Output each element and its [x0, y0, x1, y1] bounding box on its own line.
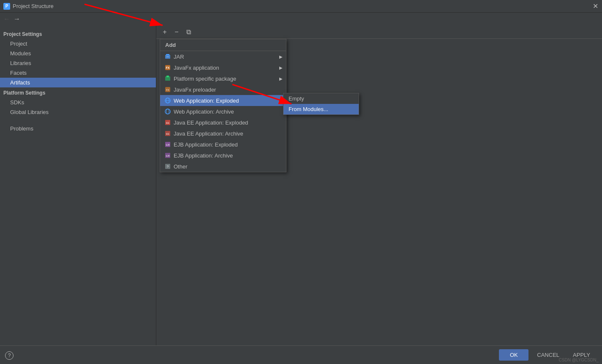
back-button[interactable]: ←: [3, 15, 10, 23]
dropdown-item-other-label: Other: [174, 163, 188, 170]
dropdown-header: Add: [160, 39, 286, 51]
svg-text:?: ?: [167, 165, 169, 168]
add-button[interactable]: +: [160, 27, 170, 37]
dropdown-item-java-ee-archive[interactable]: EE Java EE Application: Archive: [160, 128, 286, 139]
project-settings-header: Project Settings: [0, 29, 156, 39]
javafx-preloader-icon: FX: [164, 86, 171, 93]
javafx-app-arrow-icon: ▶: [279, 65, 283, 70]
dropdown-item-other[interactable]: ? Other: [160, 161, 286, 172]
copy-button[interactable]: ⧉: [183, 27, 193, 37]
sidebar-item-artifacts[interactable]: Artifacts: [0, 78, 156, 87]
sidebar: Project Settings Project Modules Librari…: [0, 25, 156, 345]
svg-rect-1: [166, 54, 169, 55]
ejb-archive-icon: EJB: [164, 152, 171, 159]
dropdown-item-platform-package-label: Platform specific package: [174, 76, 236, 82]
sidebar-item-facets[interactable]: Facets: [0, 68, 156, 78]
toolbar: + − ⧉: [156, 25, 602, 39]
window-title: Project Structure: [13, 3, 592, 9]
add-dropdown-menu: Add JAR ▶ FX JavaFx application ▶: [160, 39, 286, 172]
dropdown-item-java-ee-exploded-label: Java EE Application: Exploded: [174, 120, 248, 126]
app-icon: P: [3, 3, 10, 10]
java-ee-exploded-icon: EE: [164, 119, 171, 126]
submenu-item-empty[interactable]: Empty: [283, 93, 359, 104]
svg-text:EE: EE: [166, 122, 169, 124]
title-bar: P Project Structure ✕: [0, 0, 602, 13]
other-icon: ?: [164, 163, 171, 170]
help-button[interactable]: ?: [5, 351, 14, 360]
ok-button[interactable]: OK: [499, 349, 528, 361]
sidebar-item-project[interactable]: Project: [0, 39, 156, 49]
svg-text:FX: FX: [166, 89, 169, 91]
sidebar-item-global-libraries[interactable]: Global Libraries: [0, 107, 156, 117]
dropdown-item-ejb-archive-label: EJB Application: Archive: [174, 152, 233, 159]
bottom-bar: OK CANCEL APPLY: [0, 345, 602, 364]
dropdown-item-java-ee-exploded[interactable]: EE Java EE Application: Exploded: [160, 117, 286, 128]
close-button[interactable]: ✕: [592, 3, 599, 10]
sidebar-item-modules[interactable]: Modules: [0, 49, 156, 58]
svg-text:FX: FX: [166, 66, 170, 69]
remove-button[interactable]: −: [172, 27, 182, 37]
platform-package-icon: [164, 75, 171, 82]
svg-rect-6: [166, 76, 169, 77]
ejb-exploded-icon: EJB: [164, 141, 171, 148]
sidebar-item-libraries[interactable]: Libraries: [0, 58, 156, 68]
dropdown-item-javafx-app[interactable]: FX JavaFx application ▶: [160, 62, 286, 73]
web-app-exploded-arrow-icon: ▶: [279, 98, 283, 103]
jar-icon: [164, 53, 171, 60]
svg-text:EE: EE: [166, 133, 169, 135]
web-app-archive-icon: [164, 108, 171, 115]
forward-button[interactable]: →: [14, 15, 20, 23]
submenu: Empty From Modules...: [283, 93, 359, 115]
dropdown-item-ejb-exploded-label: EJB Application: Exploded: [174, 141, 238, 148]
dropdown-item-ejb-exploded[interactable]: EJB EJB Application: Exploded: [160, 139, 286, 150]
dropdown-item-web-app-exploded[interactable]: Web Application: Exploded ▶: [160, 95, 286, 106]
svg-point-13: [166, 109, 169, 114]
main-layout: Project Settings Project Modules Librari…: [0, 25, 602, 345]
javafx-app-icon: FX: [164, 64, 171, 71]
platform-settings-header: Platform Settings: [0, 87, 156, 98]
dropdown-item-javafx-preloader-label: JavaFx preloader: [174, 87, 216, 93]
web-app-exploded-icon: [164, 97, 171, 104]
java-ee-archive-icon: EE: [164, 130, 171, 137]
svg-text:EJB: EJB: [166, 144, 170, 146]
svg-point-12: [165, 109, 170, 114]
dropdown-item-web-app-exploded-label: Web Application: Exploded: [174, 98, 239, 104]
submenu-item-from-modules[interactable]: From Modules...: [283, 104, 359, 114]
dropdown-item-web-app-archive[interactable]: Web Application: Archive: [160, 106, 286, 117]
svg-text:EJB: EJB: [166, 155, 170, 157]
dropdown-item-javafx-preloader[interactable]: FX JavaFx preloader: [160, 84, 286, 95]
dropdown-item-java-ee-archive-label: Java EE Application: Archive: [174, 130, 243, 137]
dropdown-item-jar-label: JAR: [174, 54, 184, 60]
dropdown-item-platform-package[interactable]: Platform specific package ▶: [160, 73, 286, 84]
jar-arrow-icon: ▶: [279, 54, 283, 59]
content-area: + − ⧉ Add JAR ▶ FX JavaFx app: [156, 25, 602, 345]
dropdown-item-javafx-app-label: JavaFx application: [174, 65, 219, 71]
platform-package-arrow-icon: ▶: [279, 76, 283, 81]
svg-rect-2: [166, 57, 169, 57]
watermark: CSDN @LYGCSDN_: [559, 358, 599, 362]
dropdown-item-jar[interactable]: JAR ▶: [160, 51, 286, 62]
sidebar-item-problems[interactable]: Problems: [0, 124, 156, 133]
dropdown-item-web-app-archive-label: Web Application: Archive: [174, 109, 234, 115]
nav-bar: ← →: [0, 13, 602, 25]
dropdown-item-ejb-archive[interactable]: EJB EJB Application: Archive: [160, 150, 286, 161]
sidebar-item-sdks[interactable]: SDKs: [0, 98, 156, 107]
